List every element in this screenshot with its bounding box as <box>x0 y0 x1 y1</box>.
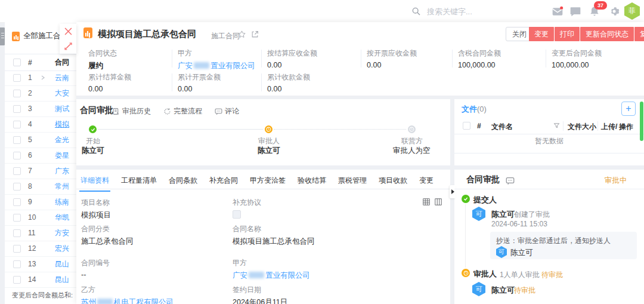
chat-icon[interactable] <box>569 5 581 17</box>
project-link[interactable]: 模拟项目 <box>81 210 111 220</box>
page-title: 模拟项目施工总承包合同 <box>98 29 196 40</box>
contract-link[interactable]: 常州 <box>55 182 69 192</box>
close-icon[interactable] <box>64 27 72 35</box>
column-filename: 文件名 <box>491 122 513 132</box>
contract-link[interactable]: 广东 <box>55 166 69 176</box>
field-changed-amount: 变更后合同金额 100,000.00 <box>552 48 602 69</box>
contract-link[interactable]: 娄星 <box>55 151 69 161</box>
row-checkbox[interactable] <box>13 136 21 144</box>
row-checkbox[interactable] <box>13 90 21 97</box>
collapse-panel-handle[interactable] <box>450 185 456 198</box>
contract-link[interactable]: 大安 <box>55 88 69 99</box>
column-view-icon[interactable] <box>434 198 442 206</box>
timeline-line <box>465 204 466 268</box>
files-count: (0) <box>477 105 487 113</box>
party-b-link[interactable]: 苏州机电工程有限公司 <box>81 298 174 304</box>
step-current-icon <box>265 125 273 133</box>
filter-icon[interactable] <box>553 122 560 129</box>
contract-link[interactable]: 练南 <box>55 197 69 207</box>
contract-link[interactable]: 华凯 <box>55 213 69 223</box>
contract-link[interactable]: 测试 <box>55 104 69 114</box>
contract-detail-panel: 模拟项目施工总承包合同 施工合同 关闭 变更 打印 更新合同状态 复制 合同状态… <box>76 22 644 304</box>
row-checkbox[interactable] <box>13 214 21 222</box>
external-link-icon[interactable] <box>251 30 259 38</box>
expand-row-icon[interactable] <box>41 75 45 80</box>
row-index: 1 <box>28 73 32 82</box>
approver-label: 审批人 <box>473 269 497 280</box>
row-index: 4 <box>28 120 32 128</box>
contract-doc-icon <box>12 32 20 41</box>
star-icon[interactable] <box>237 30 246 39</box>
scrollbar-thumb[interactable] <box>640 102 643 141</box>
mail-icon[interactable] <box>552 5 564 17</box>
table-row[interactable]: 3测试 <box>5 101 76 117</box>
comment-icon[interactable] <box>506 176 515 185</box>
row-checkbox[interactable] <box>13 105 21 113</box>
grid-view-icon[interactable] <box>422 198 431 206</box>
row-checkbox[interactable] <box>13 183 21 191</box>
total-invoiced-link[interactable]: 0.00 <box>178 85 221 93</box>
table-row[interactable]: 1云南 <box>5 70 76 86</box>
table-row[interactable]: 8常州 <box>5 179 76 195</box>
table-row-selected[interactable]: 4模拟 <box>5 116 76 133</box>
files-table-header: # 文件名 文件大小 上传/ 操作 <box>454 118 644 134</box>
step-name: 联营方 <box>401 136 423 146</box>
party-a-link[interactable]: 广安置业有限公司 <box>178 62 255 70</box>
row-checkbox[interactable] <box>13 167 21 175</box>
contract-link[interactable]: 云南 <box>55 73 69 83</box>
contract-link[interactable]: 昆山 <box>55 259 69 269</box>
table-row[interactable]: 12宏兴 <box>5 241 76 257</box>
supplement-checkbox[interactable] <box>233 210 241 219</box>
row-index: 5 <box>28 136 32 144</box>
select-all-checkbox[interactable] <box>13 59 21 66</box>
divider <box>454 189 644 189</box>
user-avatar[interactable]: 菲 <box>624 2 640 20</box>
party-a-link[interactable]: 广安置业有限公司 <box>233 271 310 280</box>
row-checkbox[interactable] <box>13 74 21 82</box>
row-checkbox[interactable] <box>13 152 21 159</box>
table-row[interactable]: 9练南 <box>5 194 76 210</box>
divider <box>454 153 644 153</box>
field-contract-category: 合同分类 施工总承包合同 <box>81 224 134 247</box>
search-input[interactable] <box>426 7 547 17</box>
table-row[interactable]: 5金光 <box>5 132 76 148</box>
total-received-link[interactable]: 0.00 <box>267 85 310 93</box>
approver-status: 待审批 <box>541 270 563 280</box>
field-party-a: 甲方 广安置业有限公司 <box>233 258 310 281</box>
full-process-link[interactable]: 完整流程 <box>163 106 202 116</box>
select-all-checkbox[interactable] <box>463 122 470 130</box>
contract-link[interactable]: 金光 <box>55 135 69 145</box>
row-checkbox[interactable] <box>13 121 21 128</box>
table-row[interactable]: 2大安 <box>5 85 76 102</box>
table-row[interactable]: 7广东 <box>5 163 76 179</box>
contract-link[interactable]: 昆山 <box>55 275 69 285</box>
field-supplement-flag: 补充协议 <box>233 198 261 220</box>
row-checkbox[interactable] <box>13 260 21 268</box>
contract-link[interactable]: 模拟 <box>55 119 69 130</box>
row-checkbox[interactable] <box>13 245 21 253</box>
row-checkbox[interactable] <box>13 276 21 284</box>
table-row[interactable]: 14昆山 <box>5 272 76 288</box>
row-index: 11 <box>28 229 35 237</box>
row-checkbox[interactable] <box>13 229 21 237</box>
column-uploader: 上传/ <box>601 122 617 132</box>
approval-history-link[interactable]: 审批历史 <box>112 106 151 116</box>
update-status-button[interactable]: 更新合同状态 <box>580 27 634 41</box>
censored-text <box>97 299 113 304</box>
table-row[interactable]: 13昆山 <box>5 256 76 272</box>
history-icon <box>112 108 120 115</box>
global-search[interactable] <box>411 4 566 19</box>
table-row[interactable]: 10华凯 <box>5 210 76 226</box>
table-row[interactable]: 11方安 <box>5 225 76 241</box>
change-button[interactable]: 变更 <box>529 27 554 41</box>
gear-icon[interactable] <box>608 5 620 17</box>
expand-icon[interactable] <box>64 42 72 50</box>
comment-link[interactable]: 评论 <box>215 106 239 116</box>
table-row[interactable]: 6娄星 <box>5 148 76 164</box>
contract-link[interactable]: 方安 <box>55 228 69 238</box>
contract-link[interactable]: 宏兴 <box>55 244 69 254</box>
print-button[interactable]: 打印 <box>555 27 580 41</box>
row-checkbox[interactable] <box>13 198 21 206</box>
add-file-button[interactable]: + <box>621 102 636 116</box>
copy-button[interactable]: 复制 <box>634 27 644 41</box>
